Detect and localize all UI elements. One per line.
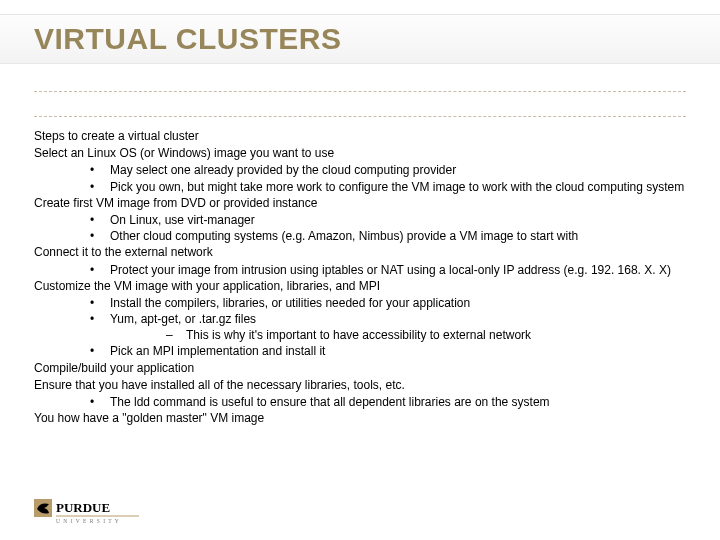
step-2-bullet-1: On Linux, use virt-manager [90, 212, 686, 228]
svg-text:PURDUE: PURDUE [56, 500, 110, 515]
svg-text:U N I V E R S I T Y: U N I V E R S I T Y [56, 518, 120, 524]
slide-body: Steps to create a virtual cluster Select… [34, 128, 686, 427]
step-4-bullet-2: Yum, apt-get, or .tar.gz files This is w… [90, 311, 686, 343]
step-3: Connect it to the external network [34, 244, 686, 260]
step-7: You how have a "golden master" VM image [34, 410, 686, 426]
step-4: Customize the VM image with your applica… [34, 278, 686, 294]
step-6: Ensure that you have installed all of th… [34, 377, 686, 393]
purdue-logo: PURDUE U N I V E R S I T Y [34, 496, 144, 526]
title-band: VIRTUAL CLUSTERS [0, 14, 720, 64]
step-1: Select an Linux OS (or Windows) image yo… [34, 145, 686, 161]
step-2-bullet-2: Other cloud computing systems (e.g. Amaz… [90, 228, 686, 244]
step-1-bullet-1: May select one already provided by the c… [90, 162, 686, 178]
step-4-bullet-1: Install the compilers, libraries, or uti… [90, 295, 686, 311]
step-6-bullet-1: The ldd command is useful to ensure that… [90, 394, 686, 410]
divider-2 [34, 116, 686, 117]
step-1-bullet-2: Pick you own, but might take more work t… [90, 179, 686, 195]
step-2: Create first VM image from DVD or provid… [34, 195, 686, 211]
step-5: Compile/build your application [34, 360, 686, 376]
step-4-subbullet-1: This is why it's important to have acces… [166, 327, 686, 343]
step-3-bullet-1: Protect your image from intrusion using … [90, 262, 686, 278]
step-4-bullet-3: Pick an MPI implementation and install i… [90, 343, 686, 359]
intro-line: Steps to create a virtual cluster [34, 128, 686, 144]
slide-title: VIRTUAL CLUSTERS [34, 22, 341, 56]
divider-1 [34, 91, 686, 92]
